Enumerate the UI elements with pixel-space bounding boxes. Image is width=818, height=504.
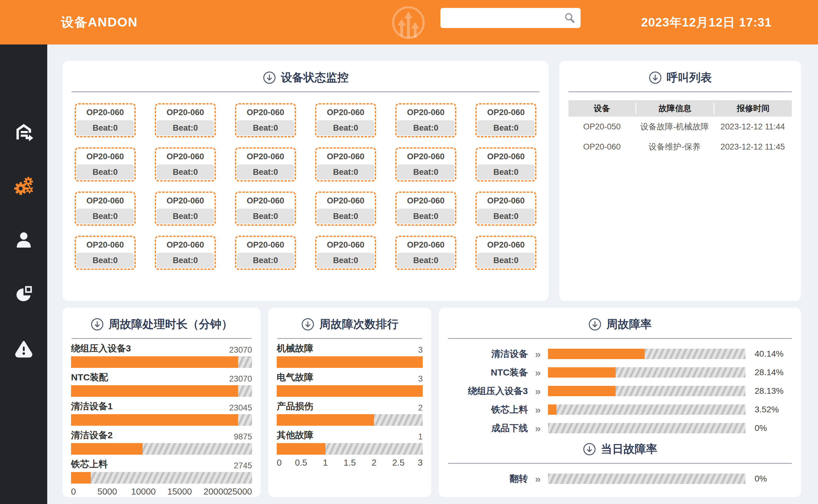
dotted-double-chevron-icon: » (528, 422, 548, 434)
weekly-fault-count-panel: 周故障次数排行 机械故障3电气故障3产品损伤2其他故障100.511.522.5… (268, 308, 431, 497)
axis-tick: 3 (418, 458, 423, 468)
bar-label: 机械故障 (277, 342, 313, 355)
device-beat: Beat:0 (76, 209, 134, 224)
bar-row: 清洁设备29875 (71, 431, 252, 455)
bar-fill (71, 356, 238, 368)
device-beat: Beat:0 (157, 120, 214, 136)
panel-title: 周故障次数排行 (268, 308, 431, 332)
device-beat: Beat:0 (317, 164, 374, 180)
device-card[interactable]: OP20-060Beat:0 (75, 147, 136, 182)
device-card[interactable]: OP20-060Beat:0 (395, 192, 456, 226)
table-column-header: 故障信息 (636, 103, 714, 114)
pie-chart-icon[interactable] (12, 283, 35, 306)
bar-value: 2745 (234, 461, 252, 471)
device-card[interactable]: OP20-060Beat:0 (235, 103, 296, 137)
bar-track (277, 414, 423, 426)
device-code: OP20-060 (236, 237, 295, 253)
device-card[interactable]: OP20-060Beat:0 (155, 192, 216, 226)
device-card[interactable]: OP20-060Beat:0 (475, 103, 536, 137)
device-code: OP20-060 (477, 104, 535, 120)
device-card[interactable]: OP20-060Beat:0 (155, 147, 216, 182)
device-card[interactable]: OP20-060Beat:0 (475, 147, 536, 182)
device-beat: Beat:0 (397, 253, 454, 268)
rate-label: 绕组压入设备3 (451, 385, 528, 397)
rate-label: 铁芯上料 (451, 404, 528, 416)
axis-tick: 0 (277, 458, 282, 468)
device-card[interactable]: OP20-060Beat:0 (315, 236, 376, 270)
panel-subtitle-text: 当日故障率 (601, 442, 658, 457)
search-input[interactable] (447, 13, 563, 23)
device-status-panel: 设备状态监控 OP20-060Beat:0OP20-060Beat:0OP20-… (62, 61, 548, 301)
daily-rate-rows: 翻转»0% (439, 464, 801, 484)
table-cell: 2023-12-12 11:44 (714, 122, 792, 132)
axis-tick: 10000 (131, 487, 156, 497)
rate-label: 翻转 (451, 473, 528, 485)
device-card[interactable]: OP20-060Beat:0 (315, 103, 376, 137)
device-card[interactable]: OP20-060Beat:0 (235, 236, 296, 270)
device-code: OP20-060 (156, 193, 215, 209)
device-card[interactable]: OP20-060Beat:0 (235, 192, 296, 226)
search-icon[interactable] (563, 12, 576, 24)
user-icon[interactable] (12, 229, 35, 252)
device-card[interactable]: OP20-060Beat:0 (395, 147, 456, 182)
device-card[interactable]: OP20-060Beat:0 (315, 192, 376, 226)
bar-value: 23045 (229, 403, 252, 413)
axis-tick: 1 (323, 458, 328, 468)
device-beat: Beat:0 (397, 164, 454, 180)
rate-track (548, 367, 746, 378)
rate-fill (548, 349, 645, 359)
bar-value: 1 (418, 432, 423, 442)
warning-triangle-icon[interactable] (12, 337, 35, 360)
device-card[interactable]: OP20-060Beat:0 (395, 236, 456, 270)
device-card[interactable]: OP20-060Beat:0 (75, 192, 136, 226)
panel-subtitle: 当日故障率 (439, 434, 801, 457)
dotted-double-chevron-icon: » (528, 473, 548, 485)
bar-value: 23070 (229, 374, 252, 384)
device-code: OP20-060 (76, 193, 134, 209)
divider (72, 338, 252, 339)
bar-track (71, 385, 252, 397)
call-table: 设备故障信息报修时间 OP20-050设备故障-机械故障2023-12-12 1… (568, 100, 792, 157)
device-code: OP20-060 (236, 104, 295, 120)
rate-label: NTC装备 (451, 366, 528, 379)
device-code: OP20-060 (76, 149, 134, 164)
rate-label: 清洁设备 (451, 348, 528, 360)
device-beat: Beat:0 (237, 120, 294, 136)
bar-row: 机械故障3 (277, 344, 423, 368)
device-card[interactable]: OP20-060Beat:0 (315, 147, 376, 182)
device-card[interactable]: OP20-060Beat:0 (75, 103, 136, 137)
bar-track (71, 443, 252, 455)
axis-tick: 5000 (97, 487, 117, 497)
bar-label: 绕组压入设备3 (71, 342, 131, 355)
settings-gears-icon[interactable] (12, 175, 35, 197)
bar-fill (71, 414, 238, 426)
panel-title: 设备状态监控 (62, 61, 548, 85)
panel-title-text: 周故障率 (606, 317, 652, 332)
device-beat: Beat:0 (157, 209, 214, 224)
table-row[interactable]: OP20-060设备维护-保养2023-12-12 11:45 (568, 137, 792, 157)
rate-value: 28.13% (755, 386, 789, 396)
device-card[interactable]: OP20-060Beat:0 (155, 236, 216, 270)
duration-chart: 绕组压入设备323070NTC装配23070清洁设备123045清洁设备2987… (62, 344, 261, 498)
device-code: OP20-060 (76, 237, 134, 253)
device-card[interactable]: OP20-060Beat:0 (475, 192, 536, 226)
x-axis: 0500010000150002000025000 (71, 487, 252, 498)
bar-track (277, 356, 423, 368)
device-card[interactable]: OP20-060Beat:0 (75, 236, 136, 270)
device-card[interactable]: OP20-060Beat:0 (155, 103, 216, 137)
device-code: OP20-060 (156, 237, 215, 253)
table-row[interactable]: OP20-050设备故障-机械故障2023-12-12 11:44 (568, 117, 792, 137)
table-cell: OP20-060 (568, 142, 636, 152)
rate-value: 40.14% (755, 349, 789, 359)
rate-value: 0% (755, 423, 789, 433)
device-card[interactable]: OP20-060Beat:0 (235, 147, 296, 182)
device-card[interactable]: OP20-060Beat:0 (395, 103, 456, 137)
device-card[interactable]: OP20-060Beat:0 (475, 236, 536, 270)
circle-down-arrow-icon (649, 71, 662, 84)
device-code: OP20-060 (316, 104, 375, 120)
bar-label: 电气故障 (277, 371, 313, 384)
weekly-rate-rows: 清洁设备»40.14%NTC装备»28.14%绕组压入设备3»28.13%铁芯上… (439, 339, 801, 434)
panel-title: 周故障率 (439, 308, 801, 332)
factory-export-icon[interactable] (12, 121, 35, 143)
panel-title-text: 周故障次数排行 (319, 317, 398, 332)
